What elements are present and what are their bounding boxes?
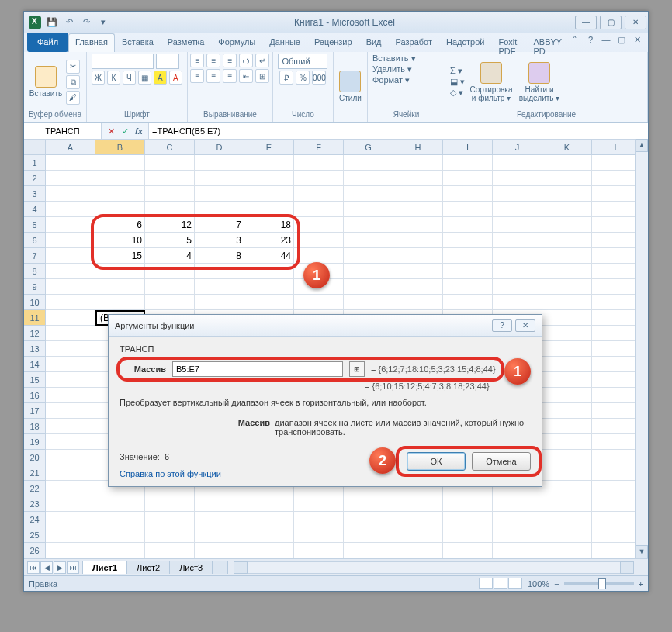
- name-box[interactable]: ТРАНСП: [24, 123, 102, 139]
- align-middle-icon[interactable]: ≡: [206, 54, 220, 67]
- cell[interactable]: [195, 295, 244, 310]
- minimize-button[interactable]: —: [575, 16, 597, 29]
- cell[interactable]: [542, 341, 592, 357]
- row-header[interactable]: 25: [24, 527, 46, 543]
- row-header[interactable]: 17: [24, 403, 46, 419]
- cell[interactable]: [443, 186, 493, 202]
- cell[interactable]: [542, 310, 592, 326]
- tab-review[interactable]: Рецензир: [307, 33, 359, 52]
- cell[interactable]: [493, 202, 542, 217]
- cell[interactable]: [542, 465, 592, 481]
- tab-developer[interactable]: Разработ: [389, 33, 439, 52]
- cancel-button[interactable]: Отмена: [472, 452, 531, 471]
- cell[interactable]: [443, 171, 493, 186]
- redo-icon[interactable]: ↷: [80, 16, 92, 29]
- cell[interactable]: [393, 155, 443, 171]
- delete-cells-button[interactable]: Удалить ▾: [372, 64, 412, 74]
- copy-icon[interactable]: ⧉: [66, 75, 80, 89]
- qat-dropdown-icon[interactable]: ▾: [97, 16, 109, 29]
- cell[interactable]: [393, 295, 443, 310]
- cell[interactable]: [294, 217, 344, 233]
- cell[interactable]: [46, 248, 95, 264]
- cell[interactable]: [95, 264, 145, 279]
- zoom-out-icon[interactable]: −: [554, 579, 559, 589]
- cell[interactable]: [443, 279, 493, 295]
- cell[interactable]: [46, 264, 95, 279]
- cell[interactable]: [344, 527, 393, 543]
- dialog-title-bar[interactable]: Аргументы функции ? ✕: [109, 315, 542, 337]
- cancel-formula-icon[interactable]: ✕: [105, 126, 117, 136]
- save-icon[interactable]: 💾: [46, 16, 58, 29]
- row-header[interactable]: 10: [24, 295, 46, 310]
- cell[interactable]: [344, 279, 393, 295]
- cell[interactable]: [542, 450, 592, 465]
- argument-input[interactable]: [172, 361, 343, 377]
- row-header[interactable]: 14: [24, 357, 46, 372]
- col-header[interactable]: A: [46, 140, 95, 154]
- cell[interactable]: [344, 233, 393, 248]
- cell[interactable]: [542, 186, 592, 202]
- maximize-button[interactable]: ▢: [600, 16, 622, 29]
- formula-input[interactable]: =ТРАНСП(B5:E7): [148, 123, 648, 139]
- cell[interactable]: [294, 171, 344, 186]
- cell[interactable]: [294, 543, 344, 558]
- cell[interactable]: [244, 171, 294, 186]
- sheet-nav-first-icon[interactable]: ⏮: [27, 561, 40, 574]
- workbook-restore-icon[interactable]: ▢: [615, 33, 628, 46]
- cell[interactable]: [195, 496, 244, 512]
- wrap-text-icon[interactable]: ↵: [255, 54, 269, 67]
- cell[interactable]: [46, 372, 95, 388]
- cell[interactable]: [344, 496, 393, 512]
- align-center-icon[interactable]: ≡: [206, 69, 220, 83]
- percent-icon[interactable]: %: [296, 71, 310, 85]
- row-header[interactable]: 19: [24, 434, 46, 450]
- cell[interactable]: [145, 171, 195, 186]
- underline-button[interactable]: Ч: [123, 71, 136, 85]
- cell[interactable]: [145, 512, 195, 527]
- cell[interactable]: 4: [145, 248, 195, 264]
- cell[interactable]: [46, 465, 95, 481]
- cell[interactable]: [244, 543, 294, 558]
- cell[interactable]: [195, 527, 244, 543]
- new-sheet-button[interactable]: +: [212, 561, 227, 574]
- cell[interactable]: [46, 419, 95, 434]
- cell[interactable]: [46, 310, 95, 326]
- cell[interactable]: [344, 248, 393, 264]
- cell[interactable]: [493, 527, 542, 543]
- border-button[interactable]: ▦: [138, 71, 151, 85]
- dialog-close-button[interactable]: ✕: [515, 319, 535, 332]
- vertical-scrollbar[interactable]: ▲ ▼: [635, 139, 648, 558]
- cell[interactable]: [493, 217, 542, 233]
- cell[interactable]: [46, 388, 95, 403]
- cell[interactable]: [443, 217, 493, 233]
- format-painter-icon[interactable]: 🖌: [66, 91, 80, 105]
- scroll-down-icon[interactable]: ▼: [636, 545, 648, 558]
- italic-button[interactable]: К: [107, 71, 120, 85]
- row-header[interactable]: 20: [24, 450, 46, 465]
- col-header[interactable]: C: [145, 140, 195, 154]
- cell[interactable]: [542, 403, 592, 419]
- sheet-tab[interactable]: Лист2: [126, 561, 170, 574]
- cell[interactable]: [244, 512, 294, 527]
- cell[interactable]: [493, 295, 542, 310]
- cell[interactable]: [244, 279, 294, 295]
- cell[interactable]: [294, 279, 344, 295]
- cell[interactable]: [393, 512, 443, 527]
- cell[interactable]: [46, 202, 95, 217]
- tab-home[interactable]: Главная: [68, 33, 115, 52]
- cell[interactable]: [244, 496, 294, 512]
- select-all-corner[interactable]: [24, 140, 46, 154]
- cell[interactable]: [244, 186, 294, 202]
- cell[interactable]: [95, 186, 145, 202]
- cell[interactable]: [443, 527, 493, 543]
- cell[interactable]: [244, 527, 294, 543]
- cell[interactable]: [393, 202, 443, 217]
- cell[interactable]: [95, 543, 145, 558]
- row-header[interactable]: 7: [24, 248, 46, 264]
- cell[interactable]: [393, 279, 443, 295]
- cell[interactable]: [294, 512, 344, 527]
- cell[interactable]: [46, 357, 95, 372]
- clear-button[interactable]: ◇ ▾: [450, 88, 465, 98]
- tab-abbyy[interactable]: ABBYY PD: [527, 33, 570, 52]
- font-color-button[interactable]: A: [169, 71, 182, 85]
